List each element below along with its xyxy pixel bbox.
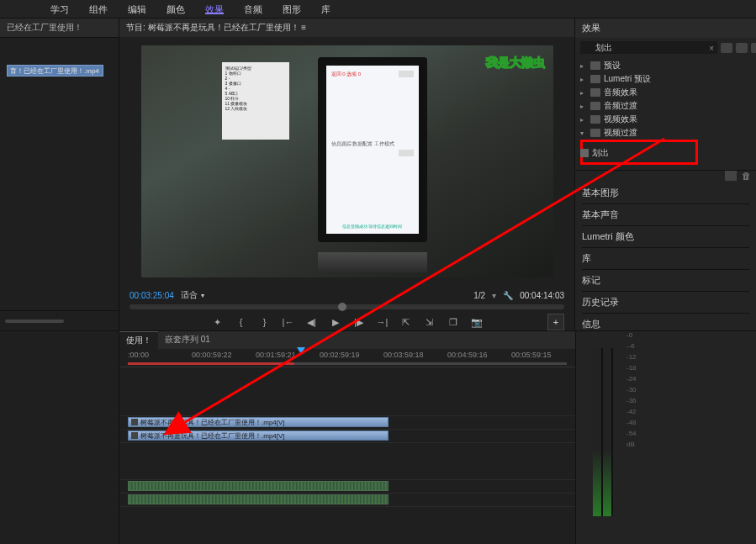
ws-effects[interactable]: 效果 [205,3,224,14]
essential-panels: 基本图形 基本声音 Lumetri 颜色 库 标记 历史记录 信息 [575,181,756,336]
thumb-size-slider[interactable] [5,320,64,323]
preset-32bit-icon[interactable] [736,43,748,53]
effects-tree: ▸预设 ▸Lumetri 预设 ▸音频效果 ▸音频过渡 ▸视频效果 ▾视频过渡 … [575,57,756,170]
project-tab[interactable]: 已经在工厂里使用！ [0,18,119,38]
ws-assembly[interactable]: 组件 [89,3,108,14]
mark-out-button[interactable]: } [257,314,272,330]
device-top-text: 返回 0 选项 0 [331,71,362,78]
device-btn2 [399,150,414,156]
project-footer [0,310,119,330]
ess-markers[interactable]: 标记 [582,272,749,289]
playhead[interactable] [297,347,305,354]
fx-lumetri[interactable]: ▸Lumetri 预设 [579,72,753,86]
ess-libraries[interactable]: 库 [582,250,749,267]
device-frame: 返回 0 选项 0 信息跟踪 数据配置 工作模式 信息登陆成功 等待信息返回时间 [318,57,427,242]
timeline-track-headers [0,331,119,544]
ws-libraries[interactable]: 库 [321,3,330,14]
fx-audio-tr[interactable]: ▸音频过渡 [579,99,753,113]
effects-search-input[interactable] [580,41,717,54]
ws-audio[interactable]: 音频 [244,3,262,14]
device-bottom-text: 信息登陆成功 等待信息返回时间 [326,224,419,229]
project-clip[interactable]: 育！已经在工厂里使用！.mp4 [7,65,103,77]
fx-badge-icon [131,432,138,439]
ess-lumetri[interactable]: Lumetri 颜色 [582,228,749,246]
effects-panel: 效果 🔎 × ▸预设 ▸Lumetri 预设 ▸音频效果 ▸音频过渡 ▸视频效果… [575,18,756,330]
effect-icon [580,149,589,157]
ess-sound[interactable]: 基本声音 [582,206,749,224]
track-v1[interactable]: 树莓派不再是玩具！已经在工厂里使用！.mp4[V] [119,430,575,443]
ws-edit[interactable]: 编辑 [128,3,146,14]
clear-search-icon[interactable]: × [709,44,714,53]
button-editor[interactable]: + [547,314,564,330]
zoom-fit-select[interactable]: 适合 [181,289,204,301]
workspace-tabs: 学习 组件 编辑 颜色 效果 音频 图形 库 [0,0,756,18]
timeline-tab-main[interactable]: 使用！ [119,331,158,349]
go-out-button[interactable]: →| [375,314,390,330]
track-gap[interactable] [119,443,575,480]
ess-graphics[interactable]: 基本图形 [582,184,749,202]
step-fwd-button[interactable]: |▶ [352,314,367,330]
track-a2[interactable] [119,494,575,507]
ws-graphics[interactable]: 图形 [283,3,301,14]
play-button[interactable]: ▶ [328,314,343,330]
device-mid-text: 信息跟踪 数据配置 工作模式 [331,141,394,148]
wrench-icon[interactable]: 🔧 [503,290,513,300]
effects-panel-footer: 🗑 [575,170,756,181]
effects-tab[interactable]: 效果 [575,18,756,38]
clip-a1[interactable] [128,481,389,491]
ess-history[interactable]: 历史记录 [582,293,749,311]
audio-meters-panel: -0 --6 -12 -18 -24 -30 -36 -42 -48 -54 d… [575,331,756,544]
trash-icon[interactable]: 🗑 [742,171,751,181]
preset-yuv-icon[interactable] [751,43,756,53]
current-timecode[interactable]: 00:03:25:04 [130,291,174,300]
program-title: 节目: 树莓派不再是玩具！已经在工厂里使用！ ≡ [119,18,574,37]
device-base [318,252,427,272]
effects-search-wrap: 🔎 × [580,41,717,54]
ess-info[interactable]: 信息 [582,315,749,333]
go-in-button[interactable]: |← [281,314,296,330]
ws-learn[interactable]: 学习 [50,3,69,14]
extract-button[interactable]: ⇲ [422,314,437,330]
track-v2[interactable]: 树莓派不再是玩具！已经在工厂里使用！.mp4[V] [119,416,575,430]
timeline-tab-nested[interactable]: 嵌套序列 01 [158,331,217,349]
timeline-panel[interactable]: 使用！ 嵌套序列 01 :00:00 00:00:59:22 00:01:59:… [119,331,575,544]
camera-icon[interactable]: 📷 [469,314,484,330]
fx-item-wipe-out[interactable]: 划出 [579,146,611,160]
scale-select[interactable]: 1/2 [473,291,485,300]
track-v-empty[interactable] [119,367,575,416]
track-a1[interactable] [119,480,575,494]
audio-meter [593,348,613,516]
program-monitor[interactable]: 测试端口/类型1 物料口2 -3 摄像口4 -5 AB口10 料斗11 摄像模块… [141,45,553,277]
fx-badge-icon [131,419,138,425]
paper-overlay: 测试端口/类型1 物料口2 -3 摄像口4 -5 AB口10 料斗11 摄像模块… [222,62,289,140]
mark-in-button[interactable]: { [234,314,249,330]
new-bin-icon[interactable] [725,171,737,181]
fx-video-tr[interactable]: ▾视频过渡 [579,126,753,140]
lift-button[interactable]: ⇱ [399,314,414,330]
fx-audio-fx[interactable]: ▸音频效果 [579,86,753,99]
timeline-area: 使用！ 嵌套序列 01 :00:00 00:00:59:22 00:01:59:… [0,330,756,544]
time-ruler[interactable]: :00:00 00:00:59:22 00:01:59:21 00:02:59:… [119,349,575,367]
duration-timecode: 00:04:14:03 [520,291,564,300]
fx-presets[interactable]: ▸预设 [579,59,753,72]
program-monitor-panel: 节目: 树莓派不再是玩具！已经在工厂里使用！ ≡ 测试端口/类型1 物料口2 -… [119,18,575,330]
ruler-bar [128,362,567,365]
preset-accel-icon[interactable] [721,43,732,53]
project-panel: 已经在工厂里使用！ 育！已经在工厂里使用！.mp4 [0,18,119,330]
tracks: 树莓派不再是玩具！已经在工厂里使用！.mp4[V] 树莓派不再是玩具！已经在工厂… [119,367,575,507]
ws-color[interactable]: 颜色 [167,3,185,14]
watermark-text: 我是大懒虫 [486,55,545,71]
step-back-button[interactable]: ◀| [304,314,320,330]
add-marker-button[interactable]: ✦ [210,314,225,330]
fx-video-fx[interactable]: ▸视频效果 [579,113,753,126]
clip-v1[interactable]: 树莓派不再是玩具！已经在工厂里使用！.mp4[V] [128,430,389,441]
clip-a2[interactable] [128,494,389,504]
device-btn1 [399,71,414,77]
clip-v2[interactable]: 树莓派不再是玩具！已经在工厂里使用！.mp4[V] [128,417,389,427]
export-frame-button[interactable]: ❐ [446,314,461,330]
